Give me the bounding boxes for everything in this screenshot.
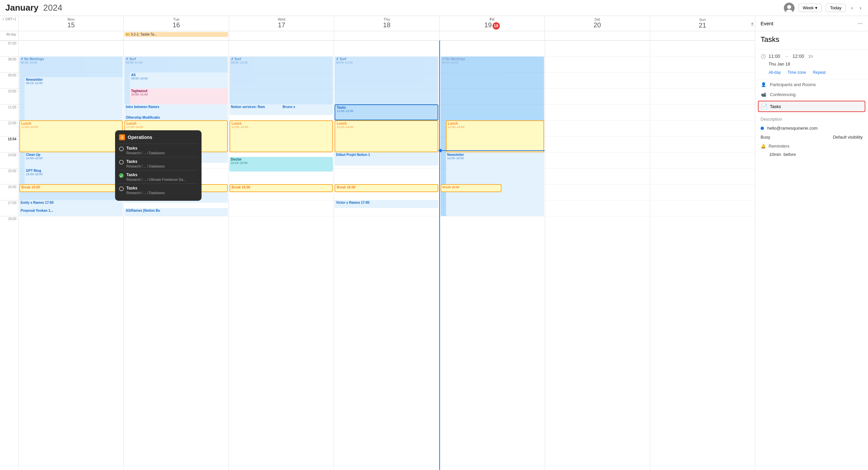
event-emily-mon[interactable]: Emily x Rames 17:00 bbox=[19, 200, 123, 208]
conferencing-icon: 📹 bbox=[761, 91, 767, 97]
all-day-option[interactable]: All-day bbox=[769, 70, 781, 75]
event-proposal-mon[interactable]: Proposal Yookan 1... bbox=[19, 208, 123, 216]
event-lunch-thu[interactable]: Lunch 12:00–14:00 bbox=[335, 120, 438, 152]
event-as-rames-tue[interactable]: AS/Rames [Notion Bu bbox=[124, 208, 228, 216]
attendee-dot bbox=[761, 127, 764, 130]
event-as-tue[interactable]: AS 09:00–10:00 bbox=[130, 72, 228, 89]
event-intro-tue[interactable]: Intro between Rames bbox=[124, 104, 228, 115]
repeat-option[interactable]: Repeat bbox=[813, 70, 826, 75]
popup-check-3[interactable]: ✓ bbox=[119, 173, 124, 178]
event-doctor-wed[interactable]: Doctor 14:15–15:00 bbox=[229, 157, 333, 171]
allday-cell-mon bbox=[19, 31, 124, 40]
time-label-9: 09:00 bbox=[0, 72, 18, 89]
time-end: 12:00 bbox=[793, 54, 804, 59]
operations-popup[interactable]: ☰ Operations Tasks Research / ... / Data… bbox=[115, 130, 202, 201]
popup-title: Operations bbox=[128, 135, 152, 140]
month-label: January bbox=[5, 3, 38, 13]
current-time-indicator bbox=[440, 150, 545, 151]
time-label-12: 12:00 bbox=[0, 120, 18, 136]
time-label-17: 17:00 bbox=[0, 200, 18, 216]
reminder-detail: 10min before bbox=[755, 150, 868, 160]
allday-cell-sat bbox=[545, 31, 650, 40]
popup-header: ☰ Operations bbox=[119, 134, 197, 140]
event-notion-wed[interactable]: Notion services: Ram bbox=[229, 104, 281, 115]
day-header-sat: Sat 20 bbox=[545, 16, 650, 31]
day-columns: ✗ No Meetings 08:00–18:00 Newsletter 09:… bbox=[19, 40, 755, 470]
event-lunch-fri[interactable]: Lunch 12:00–14:00 bbox=[446, 120, 544, 152]
event-bruno-wed[interactable]: Bruno x bbox=[281, 104, 333, 115]
time-label-7: 07:00 bbox=[0, 40, 18, 57]
popup-item-3[interactable]: ✓ Tasks Research / ... / Ultimate Freela… bbox=[119, 170, 197, 183]
participants-label: Participants and Rooms bbox=[770, 82, 816, 87]
event-gpt-blog-mon[interactable]: GPT Blog 15:00–16:00 bbox=[25, 168, 123, 184]
time-label-16: 16:00 bbox=[0, 184, 18, 200]
panel-more-button[interactable]: ··· bbox=[858, 20, 863, 27]
location-input[interactable] bbox=[770, 104, 862, 109]
event-break-fri[interactable]: Break 16:00 bbox=[441, 184, 501, 192]
event-lunch-wed[interactable]: Lunch 12:00–14:00 bbox=[229, 120, 333, 152]
avatar[interactable] bbox=[784, 3, 795, 13]
time-zone-option[interactable]: Time zone bbox=[787, 70, 806, 75]
prev-week-button[interactable]: ‹ bbox=[850, 4, 854, 12]
allday-label: All-day bbox=[0, 31, 19, 40]
day-header-sun: Sun 21 ± bbox=[650, 16, 755, 31]
event-date: Thu Jan 18 bbox=[769, 62, 790, 66]
week-selector-button[interactable]: Week ▾ bbox=[799, 4, 822, 12]
event-victor-thu[interactable]: Victor x Rames 17:00 bbox=[335, 200, 438, 208]
event-taghazout-tue[interactable]: Taghazout 10:00–11:00 bbox=[130, 89, 228, 104]
allday-event-3-2-1[interactable]: 🎫 3-2-1: Tackle Ta... bbox=[124, 32, 228, 37]
location-row[interactable]: 📄 bbox=[758, 101, 865, 112]
default-visibility-label: Default visibility bbox=[833, 135, 863, 140]
popup-check-1[interactable] bbox=[119, 146, 124, 151]
busy-label: Busy bbox=[761, 135, 770, 140]
day-header-fri: Fri 1919 bbox=[440, 16, 545, 31]
description-row[interactable]: Description bbox=[755, 115, 868, 124]
time-label-14: 14:00 bbox=[0, 152, 18, 168]
time-label-15: 15:00 bbox=[0, 168, 18, 184]
time-start: 11:00 bbox=[769, 54, 780, 59]
conferencing-row[interactable]: 📹 Conferencing bbox=[755, 90, 868, 99]
event-debut-thu[interactable]: Début Projet Notion 1 bbox=[335, 152, 438, 166]
time-row: 🕐 11:00 → 12:00 1h bbox=[761, 54, 863, 59]
event-lunch-mon[interactable]: Lunch 12:00–14:00 bbox=[19, 120, 123, 152]
status-row: Busy Default visibility bbox=[755, 133, 868, 142]
timezone-label: + GMT+1 bbox=[0, 16, 19, 31]
day-col-sun bbox=[650, 40, 755, 470]
popup-item-1[interactable]: Tasks Research / ... / Databases bbox=[119, 144, 197, 157]
today-button[interactable]: Today bbox=[826, 4, 846, 12]
event-break-mon[interactable]: Break 16:00 bbox=[19, 184, 123, 192]
event-tasks-thu[interactable]: Tasks 11:00–12:00 bbox=[335, 104, 438, 120]
day-header-tue: Tue 16 bbox=[124, 16, 229, 31]
bell-icon: 🔔 bbox=[761, 144, 766, 148]
popup-item-4[interactable]: Tasks Research / ... / Databases bbox=[119, 183, 197, 197]
day-col-thu: ✗ Surf 08:00–11:00 Tasks 11:00–12:00 Lun… bbox=[334, 40, 439, 470]
description-label: Description bbox=[761, 117, 782, 122]
allday-cell-tue[interactable]: 🎫 3-2-1: Tackle Ta... bbox=[124, 31, 229, 40]
reminders-label: Reminders bbox=[769, 144, 789, 148]
next-week-button[interactable]: › bbox=[858, 4, 863, 12]
event-surf-wed[interactable]: ✗ Surf 08:00–11:00 bbox=[229, 57, 333, 104]
day-header-wed: Wed 17 bbox=[229, 16, 334, 31]
event-cleanup-mon[interactable]: Clean Up 14:00–15:00 bbox=[25, 152, 123, 168]
popup-item-2[interactable]: Tasks Research / ... / Databases bbox=[119, 157, 197, 170]
event-break-wed[interactable]: Break 16:00 bbox=[229, 184, 333, 192]
reminder-time: 10min bbox=[769, 152, 781, 157]
event-break-thu[interactable]: Break 16:00 bbox=[335, 184, 438, 192]
day-col-tue: ✗ Surf 08:00–11:00 AS 09:00–10:00 Taghaz… bbox=[124, 40, 229, 470]
month-title: January 2024 bbox=[5, 3, 63, 13]
time-grid: 07:00 08:00 09:00 10:00 11:00 12:00 13:5… bbox=[0, 40, 755, 470]
time-label-18: 18:00 bbox=[0, 216, 18, 232]
allday-cell-fri bbox=[440, 31, 545, 40]
popup-check-2[interactable] bbox=[119, 160, 124, 165]
time-labels: 07:00 08:00 09:00 10:00 11:00 12:00 13:5… bbox=[0, 40, 19, 470]
popup-icon: ☰ bbox=[119, 134, 125, 140]
panel-event-title-section: Tasks bbox=[755, 31, 868, 49]
event-newsletter-mon[interactable]: Newsletter 09:15–12:00 bbox=[25, 77, 123, 121]
year-label: 2024 bbox=[43, 3, 63, 13]
time-label-8: 08:00 bbox=[0, 57, 18, 72]
participants-row[interactable]: 👤 Participants and Rooms bbox=[755, 79, 868, 90]
day-header-mon: Mon 15 bbox=[19, 16, 124, 31]
popup-check-4[interactable] bbox=[119, 187, 124, 191]
event-surf-thu[interactable]: ✗ Surf 08:00–11:00 bbox=[335, 57, 438, 104]
panel-title: Event bbox=[761, 21, 773, 26]
